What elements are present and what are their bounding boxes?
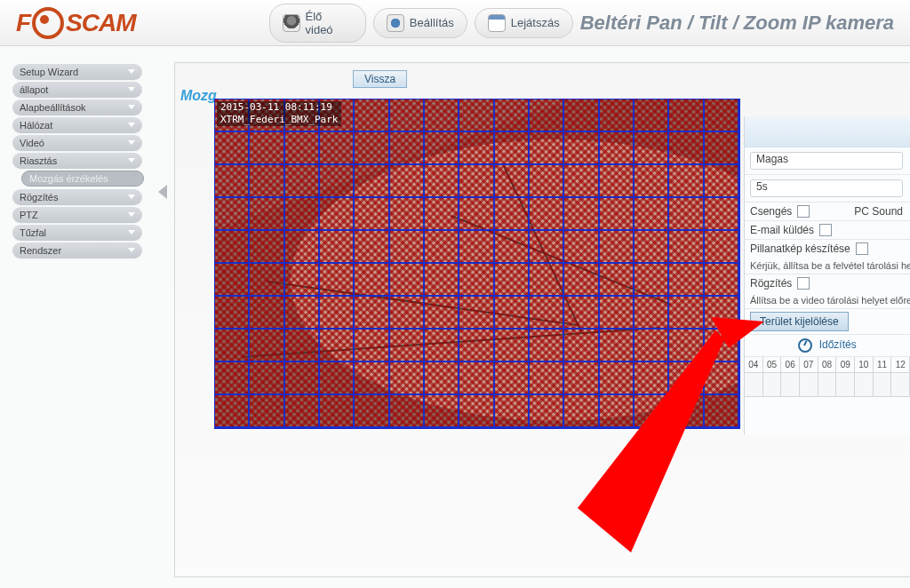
grid-cell[interactable] [635,330,669,362]
sidebar-item-status[interactable]: állapot [12,82,142,98]
grid-cell[interactable] [355,395,389,428]
sidebar-item-setup-wizard[interactable]: Setup Wizard [12,64,142,80]
grid-cell[interactable] [530,264,564,297]
grid-cell[interactable] [530,165,564,198]
schedule-hour-cell[interactable] [836,373,855,397]
grid-cell[interactable] [459,297,494,330]
grid-cell[interactable] [530,297,564,330]
grid-cell[interactable] [285,395,320,428]
grid-cell[interactable] [564,132,599,165]
grid-cell[interactable] [530,395,564,428]
grid-cell[interactable] [459,362,494,395]
grid-cell[interactable] [600,330,635,362]
schedule-hour-cell[interactable] [763,373,782,397]
grid-cell[interactable] [215,362,250,395]
grid-cell[interactable] [495,264,530,297]
email-checkbox[interactable] [819,224,832,236]
grid-cell[interactable] [564,330,599,362]
grid-cell[interactable] [635,395,669,428]
grid-cell[interactable] [215,297,250,330]
grid-cell[interactable] [425,362,459,395]
grid-cell[interactable] [425,198,459,231]
grid-cell[interactable] [250,132,284,165]
grid-cell[interactable] [459,330,494,362]
grid-cell[interactable] [355,165,389,198]
schedule-hour-cell[interactable] [800,373,818,397]
grid-cell[interactable] [390,330,425,362]
grid-cell[interactable] [705,330,739,362]
grid-cell[interactable] [285,132,320,165]
grid-cell[interactable] [215,198,250,231]
grid-cell[interactable] [600,99,635,132]
grid-cell[interactable] [669,231,704,264]
grid-cell[interactable] [495,395,530,428]
grid-cell[interactable] [285,231,320,264]
grid-cell[interactable] [250,264,284,297]
sidebar-item-firewall[interactable]: Tűzfal [12,225,142,241]
grid-cell[interactable] [250,330,284,362]
grid-cell[interactable] [600,297,635,330]
grid-cell[interactable] [390,362,425,395]
grid-cell[interactable] [669,330,704,362]
grid-cell[interactable] [635,231,669,264]
snapshot-checkbox[interactable] [856,242,868,255]
grid-cell[interactable] [564,264,599,297]
grid-cell[interactable] [530,330,564,362]
grid-cell[interactable] [705,99,739,132]
area-select-button[interactable]: Terület kijelölése [750,312,849,331]
grid-cell[interactable] [705,395,739,428]
grid-cell[interactable] [320,132,355,165]
schedule-hour-cell[interactable] [874,373,892,397]
grid-cell[interactable] [495,165,530,198]
grid-cell[interactable] [250,165,284,198]
grid-cell[interactable] [425,330,459,362]
sidebar-sub-motion-detection[interactable]: Mozgás érzékelés [21,171,144,187]
grid-cell[interactable] [669,264,704,297]
grid-cell[interactable] [564,99,599,132]
grid-cell[interactable] [495,362,530,395]
grid-cell[interactable] [635,99,669,132]
grid-cell[interactable] [215,264,250,297]
grid-cell[interactable] [635,362,669,395]
grid-cell[interactable] [530,362,564,395]
grid-cell[interactable] [355,198,389,231]
grid-cell[interactable] [285,297,320,330]
grid-cell[interactable] [459,198,494,231]
grid-cell[interactable] [425,264,459,297]
grid-cell[interactable] [320,330,355,362]
tab-playback[interactable]: Lejátszás [475,8,573,38]
grid-cell[interactable] [705,198,739,231]
grid-cell[interactable] [495,330,530,362]
schedule-hour-cell[interactable] [855,373,874,397]
grid-cell[interactable] [425,99,459,132]
grid-cell[interactable] [530,231,564,264]
grid-cell[interactable] [669,395,704,428]
grid-cell[interactable] [495,231,530,264]
grid-cell[interactable] [215,395,250,428]
grid-cell[interactable] [600,198,635,231]
grid-cell[interactable] [250,231,284,264]
grid-cell[interactable] [635,297,669,330]
grid-cell[interactable] [390,395,425,428]
grid-cell[interactable] [635,132,669,165]
grid-cell[interactable] [564,165,599,198]
grid-cell[interactable] [390,231,425,264]
schedule-hour-cell[interactable] [891,373,910,397]
grid-cell[interactable] [564,231,599,264]
grid-cell[interactable] [320,362,355,395]
grid-cell[interactable] [495,297,530,330]
grid-cell[interactable] [564,395,599,428]
ring-checkbox[interactable] [797,205,810,218]
grid-cell[interactable] [564,362,599,395]
grid-cell[interactable] [355,330,389,362]
grid-cell[interactable] [705,264,739,297]
sidebar-item-basic[interactable]: Alapbeállítások [12,99,142,115]
grid-cell[interactable] [600,264,635,297]
motion-grid[interactable] [215,99,739,428]
schedule-hour-cell[interactable] [781,373,800,397]
grid-cell[interactable] [564,198,599,231]
trigger-interval-select[interactable]: 5s [750,179,903,197]
grid-cell[interactable] [215,231,250,264]
schedule-hour-cell[interactable] [745,373,763,397]
grid-cell[interactable] [215,165,250,198]
